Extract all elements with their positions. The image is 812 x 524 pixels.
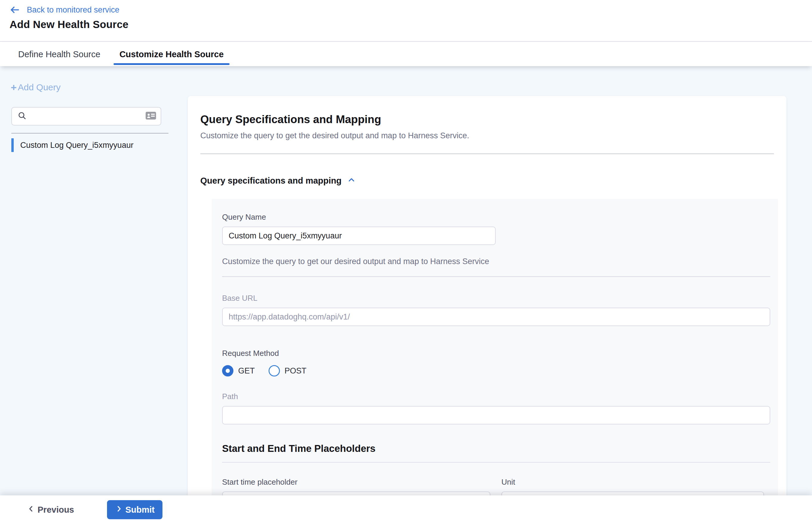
card-header: Query Specifications and Mapping Customi… bbox=[188, 96, 786, 154]
radio-post-label: POST bbox=[285, 366, 307, 376]
request-method-label: Request Method bbox=[222, 349, 770, 358]
app-header: Back to monitored service Add New Health… bbox=[0, 0, 812, 42]
add-query-button[interactable]: + Add Query bbox=[11, 82, 61, 93]
query-name-input[interactable] bbox=[222, 227, 496, 245]
path-label: Path bbox=[222, 392, 770, 401]
radio-option-get[interactable]: GET bbox=[222, 365, 255, 376]
section-title: Query specifications and mapping bbox=[200, 176, 342, 186]
add-query-label: Add Query bbox=[18, 82, 61, 93]
start-time-label: Start time placeholder bbox=[222, 477, 490, 487]
search-icon bbox=[17, 111, 27, 121]
query-list-item[interactable]: Custom Log Query_i5xmyyuaur bbox=[11, 137, 176, 153]
previous-button[interactable]: Previous bbox=[27, 505, 74, 515]
request-method-radio-group: GET POST bbox=[222, 365, 770, 376]
submit-button-label: Submit bbox=[126, 505, 155, 515]
active-tab-underline bbox=[114, 63, 230, 65]
time-placeholders-heading: Start and End Time Placeholders bbox=[222, 443, 770, 454]
sidebar-divider bbox=[11, 133, 168, 133]
query-search-box bbox=[11, 107, 161, 126]
card-subtitle: Customize the query to get the desired o… bbox=[200, 131, 774, 141]
form-divider bbox=[222, 276, 770, 277]
request-method-group: Request Method GET POST bbox=[222, 349, 770, 376]
base-url-input[interactable] bbox=[222, 308, 770, 326]
query-name-label: Query Name bbox=[222, 213, 770, 222]
chevron-up-icon bbox=[347, 176, 356, 186]
submit-button[interactable]: Submit bbox=[107, 500, 162, 519]
arrow-left-icon bbox=[10, 4, 20, 15]
collapse-section-button[interactable] bbox=[347, 176, 356, 186]
chevron-left-icon bbox=[27, 505, 35, 515]
card-view-icon[interactable] bbox=[145, 111, 157, 121]
unit-label: Unit bbox=[501, 477, 770, 487]
tab-define-health-source[interactable]: Define Health Source bbox=[16, 42, 102, 66]
tab-label: Define Health Source bbox=[18, 49, 100, 59]
chevron-right-icon bbox=[115, 505, 123, 515]
query-list: Custom Log Query_i5xmyyuaur bbox=[11, 137, 176, 153]
radio-option-post[interactable]: POST bbox=[269, 365, 307, 376]
previous-button-label: Previous bbox=[37, 505, 74, 515]
radio-get-label: GET bbox=[238, 366, 255, 376]
plus-icon: + bbox=[11, 82, 17, 93]
radio-unselected-icon bbox=[269, 365, 280, 376]
card-title: Query Specifications and Mapping bbox=[200, 113, 774, 126]
search-input[interactable] bbox=[31, 108, 145, 125]
path-input[interactable] bbox=[222, 406, 770, 424]
query-name-helper-text: Customize the query to get our desired o… bbox=[222, 257, 770, 266]
base-url-label: Base URL bbox=[222, 294, 770, 303]
query-item-label: Custom Log Query_i5xmyyuaur bbox=[20, 141, 133, 150]
content-area: + Add Query bbox=[0, 66, 812, 495]
selected-indicator-bar bbox=[11, 138, 14, 152]
wizard-footer: Previous Submit bbox=[0, 495, 812, 524]
base-url-group: Base URL bbox=[222, 294, 770, 326]
start-time-group: Start time placeholder bbox=[222, 477, 490, 495]
back-to-monitored-service-link[interactable]: Back to monitored service bbox=[10, 4, 119, 15]
back-link-label: Back to monitored service bbox=[27, 5, 119, 15]
unit-group: Unit Seconds bbox=[501, 477, 770, 495]
query-form-panel: Query Name Customize the query to get ou… bbox=[212, 199, 778, 495]
subheading-divider bbox=[222, 462, 770, 463]
query-sidebar: + Add Query bbox=[0, 66, 188, 495]
section-header-row: Query specifications and mapping bbox=[188, 154, 786, 199]
start-time-input[interactable] bbox=[222, 492, 490, 495]
tab-label: Customize Health Source bbox=[119, 49, 224, 59]
query-spec-card: Query Specifications and Mapping Customi… bbox=[188, 96, 786, 495]
radio-selected-icon bbox=[222, 365, 233, 376]
tab-customize-health-source[interactable]: Customize Health Source bbox=[118, 42, 226, 66]
page-title: Add New Health Source bbox=[0, 18, 812, 30]
unit-select[interactable]: Seconds bbox=[501, 492, 764, 495]
tab-bar: Define Health Source Customize Health So… bbox=[0, 42, 812, 66]
path-group: Path bbox=[222, 392, 770, 424]
time-placeholders-row: Start time placeholder Unit Seconds bbox=[222, 477, 770, 495]
